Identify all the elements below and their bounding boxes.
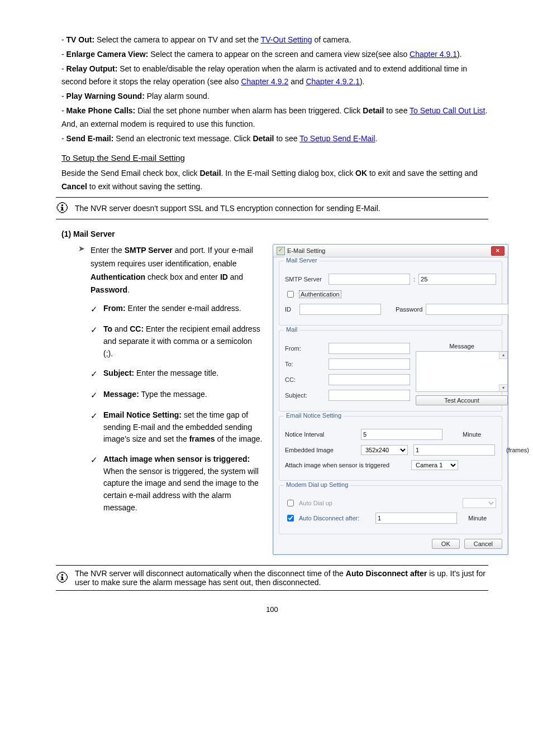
check-item-to-cc: ✓To and CC: Enter the recipient email ad… xyxy=(91,323,264,360)
cc-input[interactable] xyxy=(329,374,410,385)
info-icon: 🛈 xyxy=(56,571,68,585)
scroll-down-icon[interactable]: ▾ xyxy=(499,384,507,391)
divider xyxy=(56,590,488,591)
text-tvout: - TV Out: Select the camera to appear on… xyxy=(61,34,488,47)
link-callout-list[interactable]: To Setup Call Out List xyxy=(410,106,485,115)
page-number: 100 xyxy=(56,605,488,614)
group-label: Email Notice Setting xyxy=(284,412,344,419)
label-smtp: SMTP Server xyxy=(285,276,325,283)
password-input[interactable] xyxy=(426,304,508,315)
authentication-checkbox[interactable] xyxy=(287,291,294,298)
app-icon xyxy=(277,247,285,255)
dialog-titlebar: E-Mail Setting ✕ xyxy=(273,245,508,257)
scroll-up-icon[interactable]: ▴ xyxy=(499,352,507,359)
label-frames: (frames) xyxy=(506,447,529,453)
group-label: Mail Server xyxy=(284,257,320,264)
check-icon: ✓ xyxy=(91,323,98,336)
check-item-email-notice: ✓Email Notice Setting: set the time gap … xyxy=(91,409,264,446)
auto-disconnect-input[interactable] xyxy=(375,513,457,524)
ok-button[interactable]: OK xyxy=(432,539,460,549)
label-id: ID xyxy=(285,306,296,313)
mail-server-row: ➤ Enter the SMTP Server and port. If you… xyxy=(78,244,488,555)
link-chapter-491[interactable]: Chapter 4.9.1 xyxy=(410,50,457,59)
label-embedded-image: Embedded Image xyxy=(285,447,358,453)
label-attach: Attach image when sensor is triggered xyxy=(285,462,408,468)
group-label: Modem Dial up Setting xyxy=(284,481,350,488)
divider xyxy=(56,219,488,219)
label-auto-disconnect: Auto Disconnect after: xyxy=(299,515,359,521)
link-setup-send-email[interactable]: To Setup Send E-Mail xyxy=(299,134,375,143)
dialog-title: E-Mail Setting xyxy=(287,247,325,254)
from-input[interactable] xyxy=(329,343,410,354)
group-email-notice: Email Notice Setting Notice Interval Min… xyxy=(279,416,502,481)
check-item-subject: ✓Subject: Enter the message title. xyxy=(91,367,264,380)
label-minute-2: Minute xyxy=(468,515,496,521)
text-sendemail: - Send E-mail: Send an electronic text m… xyxy=(61,132,488,146)
label-notice-interval: Notice Interval xyxy=(285,431,358,438)
text-playwarning: - Play Warning Sound: Play alarm sound. xyxy=(61,90,488,103)
text-enlarge: - Enlarge Camera View: Select the camera… xyxy=(61,48,488,61)
info-icon: 🛈 xyxy=(56,201,68,216)
subject-input[interactable] xyxy=(329,390,410,401)
auto-disconnect-checkbox[interactable] xyxy=(287,515,294,521)
link-tvout-setting[interactable]: TV-Out Setting xyxy=(261,35,312,44)
port-separator: : xyxy=(413,276,415,283)
label-subject: Subject: xyxy=(285,392,325,399)
test-account-button[interactable]: Test Account xyxy=(416,395,508,405)
check-item-message: ✓Message: Type the message. xyxy=(91,389,264,401)
heading-send-email-setting: To Setup the Send E-mail Setting xyxy=(61,153,488,162)
auto-dial-select xyxy=(463,498,496,508)
smtp-port-input[interactable] xyxy=(418,274,496,285)
close-icon[interactable]: ✕ xyxy=(491,246,505,256)
divider xyxy=(56,565,488,566)
label-password: Password xyxy=(396,306,422,313)
link-chapter-4921[interactable]: Chapter 4.9.2.1 xyxy=(306,77,360,86)
text-mailserver-desc: Enter the SMTP Server and port. If your … xyxy=(91,244,264,297)
group-label: Mail xyxy=(284,326,299,333)
embedded-size-select[interactable]: 352x240 xyxy=(361,445,408,455)
label-from: From: xyxy=(285,345,325,352)
info-note-2: 🛈 The NVR server will disconnect automat… xyxy=(56,569,488,587)
group-modem: Modem Dial up Setting Auto Dial up Au xyxy=(279,485,502,534)
text-phonecalls: - Make Phone Calls: Dial the set phone n… xyxy=(61,104,488,131)
group-mail: Mail From: To: CC: Subject: xyxy=(279,330,502,412)
info-note-1: 🛈 The NVR server doesn't support SSL and… xyxy=(56,201,488,216)
arrow-icon: ➤ xyxy=(78,244,85,253)
label-minute: Minute xyxy=(463,431,496,438)
label-authentication: Authentication xyxy=(299,290,341,298)
label-auto-dial: Auto Dial up xyxy=(299,500,332,506)
email-setting-dialog: E-Mail Setting ✕ Mail Server SMTP Server… xyxy=(273,244,508,555)
cancel-button[interactable]: Cancel xyxy=(464,539,502,549)
label-cc: CC: xyxy=(285,376,325,383)
check-icon: ✓ xyxy=(91,453,98,466)
smtp-server-input[interactable] xyxy=(329,274,410,285)
text-email-intro: Beside the Send Email check box, click D… xyxy=(61,167,488,194)
heading-mail-server: (1) Mail Server xyxy=(61,229,488,238)
message-textarea[interactable]: ▴ ▾ xyxy=(416,351,508,392)
link-chapter-492[interactable]: Chapter 4.9.2 xyxy=(241,77,288,86)
check-item-from: ✓From: Enter the sender e-mail address. xyxy=(91,303,264,315)
divider xyxy=(56,197,488,198)
attach-camera-select[interactable]: Camera 1 xyxy=(411,460,458,470)
text-relay: - Relay Output: Set to enable/disable th… xyxy=(61,63,488,89)
auto-dial-checkbox[interactable] xyxy=(287,500,294,506)
embedded-frames-input[interactable] xyxy=(413,444,495,456)
check-icon: ✓ xyxy=(91,409,98,422)
group-mail-server: Mail Server SMTP Server : Authenticati xyxy=(279,261,502,326)
check-item-attach-image: ✓Attach image when sensor is triggered: … xyxy=(91,453,264,514)
check-icon: ✓ xyxy=(91,389,98,401)
label-to: To: xyxy=(285,361,325,367)
check-icon: ✓ xyxy=(91,303,98,315)
notice-interval-input[interactable] xyxy=(361,429,442,440)
to-input[interactable] xyxy=(329,358,410,370)
label-message: Message xyxy=(416,343,508,350)
check-icon: ✓ xyxy=(91,367,98,380)
id-input[interactable] xyxy=(299,304,381,315)
